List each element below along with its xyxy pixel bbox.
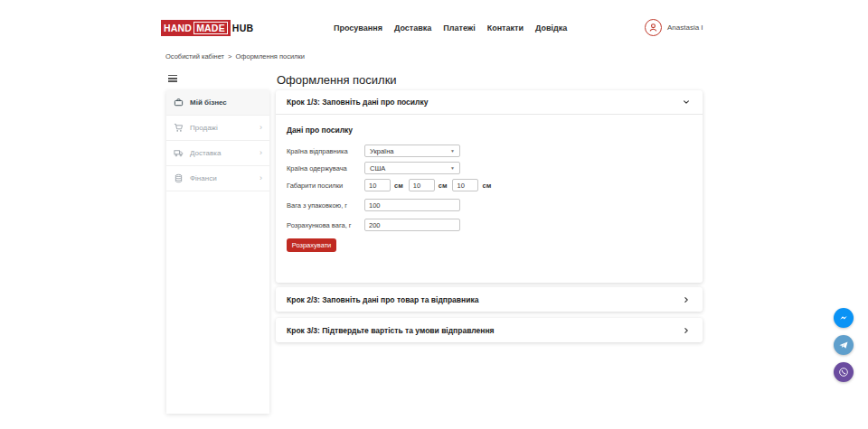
sender-country-select[interactable]: Україна ▼	[364, 145, 460, 157]
recipient-country-label: Країна одержувача	[287, 164, 364, 173]
sender-country-value: Україна	[370, 147, 393, 155]
nav-item-contacts[interactable]: Контакти	[487, 23, 524, 33]
unit-label: см	[394, 182, 403, 190]
unit-label: см	[439, 182, 448, 190]
sidebar-item-sales[interactable]: Продажі ›	[166, 116, 269, 141]
nav-item-promotion[interactable]: Просування	[334, 23, 382, 33]
chevron-right-icon: ›	[259, 124, 262, 132]
coins-icon	[174, 173, 184, 184]
dimension-width-input[interactable]	[409, 179, 435, 191]
sidebar-item-label: Доставка	[190, 149, 221, 157]
telegram-icon	[837, 339, 850, 351]
page-title: Оформлення посилки	[277, 73, 397, 87]
chevron-right-icon	[681, 325, 692, 336]
chevron-right-icon	[681, 294, 692, 305]
breadcrumb: Особистий кабінет > Оформлення посилки	[165, 52, 305, 61]
user-menu[interactable]: Anastasia I	[645, 19, 703, 36]
recipient-country-row: Країна одержувача США ▼	[287, 162, 692, 174]
dimensions-row: Габарити посилки см см см	[287, 179, 692, 191]
parcel-data-section-title: Дані про посилку	[287, 126, 692, 135]
sender-country-row: Країна відправника Україна ▼	[287, 145, 692, 157]
select-arrow-icon: ▼	[450, 148, 455, 154]
breadcrumb-home[interactable]: Особистий кабінет	[165, 52, 224, 61]
cart-icon	[174, 123, 184, 134]
breadcrumb-current: Оформлення посилки	[235, 52, 305, 61]
calculated-weight-label: Розрахункова вага, г	[287, 221, 364, 229]
logo-part-hub: HUB	[231, 23, 253, 33]
nav-item-help[interactable]: Довідка	[535, 23, 567, 33]
logo-red-box: HANDMADE	[161, 20, 231, 36]
step2-card: Крок 2/3: Заповніть дані про товар та ві…	[276, 287, 703, 312]
step2-title: Крок 2/3: Заповніть дані про товар та ві…	[287, 295, 478, 304]
chevron-right-icon: ›	[259, 174, 262, 182]
logo-part-hand: HAND	[164, 23, 192, 33]
user-name: Anastasia I	[667, 23, 703, 32]
telegram-button[interactable]	[834, 335, 854, 355]
sender-country-label: Країна відправника	[287, 147, 364, 155]
logo[interactable]: HANDMADE HUB	[161, 20, 253, 36]
step1-header[interactable]: Крок 1/3: Заповніть дані про посилку	[276, 90, 703, 115]
step3-title: Крок 3/3: Підтвердьте вартість та умови …	[287, 326, 495, 335]
recipient-country-select[interactable]: США ▼	[364, 162, 460, 174]
sidebar-item-finances[interactable]: Фінанси ›	[166, 166, 269, 191]
viber-button[interactable]	[834, 362, 854, 382]
dimensions-label: Габарити посилки	[287, 182, 364, 190]
recipient-country-value: США	[370, 164, 385, 173]
sidebar: Мій бізнес Продажі › Доставка ›	[166, 90, 269, 414]
logo-part-made: MADE	[193, 22, 228, 34]
hamburger-icon[interactable]	[168, 75, 177, 84]
dimension-length-input[interactable]	[364, 179, 391, 191]
sidebar-item-label: Продажі	[190, 124, 218, 132]
messenger-button[interactable]	[834, 308, 854, 328]
viber-icon	[837, 366, 850, 378]
calculate-button[interactable]: Розрахувати	[287, 238, 336, 252]
truck-icon	[174, 148, 184, 159]
user-avatar-icon	[645, 19, 662, 36]
breadcrumb-separator: >	[228, 52, 231, 61]
packed-weight-input[interactable]	[364, 199, 460, 211]
chevron-down-icon	[681, 97, 692, 107]
messenger-icon	[837, 312, 850, 324]
sidebar-item-my-business[interactable]: Мій бізнес	[166, 90, 269, 116]
calculated-weight-row: Розрахункова вага, г	[287, 219, 692, 231]
nav-item-payments[interactable]: Платежі	[443, 23, 475, 33]
select-arrow-icon: ▼	[450, 165, 455, 171]
unit-label: см	[482, 182, 491, 190]
nav-item-delivery[interactable]: Доставка	[394, 23, 431, 33]
sidebar-item-label: Мій бізнес	[190, 98, 227, 107]
briefcase-icon	[174, 98, 184, 108]
packed-weight-row: Вага з упаковкою, г	[287, 199, 692, 211]
step3-header[interactable]: Крок 3/3: Підтвердьте вартість та умови …	[276, 318, 703, 342]
sidebar-item-delivery[interactable]: Доставка ›	[166, 141, 269, 166]
step1-body: Дані про посилку Країна відправника Укра…	[276, 115, 703, 252]
top-header: HANDMADE HUB Просування Доставка Платежі…	[0, 0, 868, 50]
chevron-right-icon: ›	[259, 149, 262, 157]
main-nav: Просування Доставка Платежі Контакти Дов…	[334, 23, 567, 33]
step1-title: Крок 1/3: Заповніть дані про посилку	[287, 98, 428, 107]
step1-card: Крок 1/3: Заповніть дані про посилку Дан…	[276, 90, 703, 283]
calculated-weight-input[interactable]	[364, 219, 460, 231]
packed-weight-label: Вага з упаковкою, г	[287, 201, 364, 210]
step3-card: Крок 3/3: Підтвердьте вартість та умови …	[276, 318, 703, 342]
sidebar-item-label: Фінанси	[190, 174, 217, 182]
step2-header[interactable]: Крок 2/3: Заповніть дані про товар та ві…	[276, 287, 703, 312]
dimension-height-input[interactable]	[452, 179, 478, 191]
